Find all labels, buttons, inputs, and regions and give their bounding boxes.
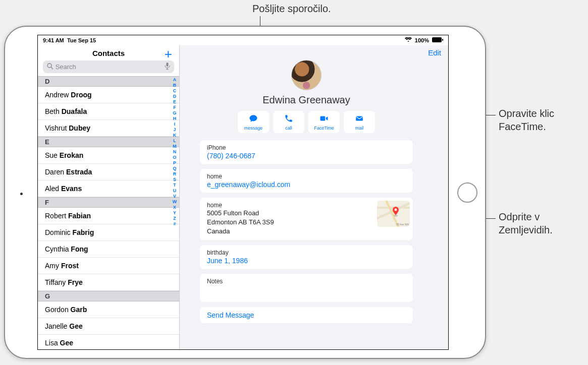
svg-point-2	[47, 64, 51, 68]
callout-facetime-l2: FaceTime.	[499, 121, 546, 133]
address-card[interactable]: home 5005 Fulton Road Edmonton AB T6A 3S…	[200, 198, 413, 240]
index-letter[interactable]: I	[174, 121, 176, 127]
action-message-label: message	[244, 126, 263, 131]
index-letter[interactable]: L	[173, 138, 176, 143]
index-letter[interactable]: W	[173, 199, 177, 204]
message-icon	[248, 114, 258, 125]
contact-row[interactable]: Aled Evans	[38, 180, 179, 197]
contact-row[interactable]: Beth Duafala	[38, 103, 179, 120]
alpha-index[interactable]: ABCDEFGHIJKLMNOPQRSTUVWXYZ#	[171, 76, 178, 349]
battery-icon	[432, 37, 443, 43]
action-facetime[interactable]: FaceTime	[308, 111, 340, 133]
avatar[interactable]	[291, 60, 322, 90]
index-letter[interactable]: Q	[173, 166, 176, 171]
callout-send-message: Pošljite sporočilo.	[252, 3, 331, 15]
mail-icon	[354, 114, 364, 125]
contact-row[interactable]: Dominic Fabrig	[38, 224, 179, 241]
index-letter[interactable]: F	[173, 105, 176, 110]
battery-pct: 100%	[415, 37, 429, 43]
index-letter[interactable]: Y	[173, 210, 176, 215]
map-pin-icon	[392, 207, 399, 219]
email-value: e_greenaway@icloud.com	[207, 180, 406, 189]
index-letter[interactable]: O	[173, 155, 176, 160]
index-letter[interactable]: K	[173, 133, 177, 138]
screen: 9:41 AM Tue Sep 15 100% Contacts + Searc…	[37, 35, 449, 350]
index-letter[interactable]: A	[173, 77, 177, 82]
index-letter[interactable]: U	[173, 188, 177, 193]
phone-value: (780) 246-0687	[207, 152, 406, 160]
action-mail-label: mail	[355, 126, 364, 131]
address-line2: Edmonton AB T6A 3S9	[207, 218, 406, 227]
contact-row[interactable]: Tiffany Frye	[38, 274, 179, 291]
index-letter[interactable]: H	[173, 116, 177, 121]
contact-row[interactable]: Vishrut Dubey	[38, 120, 179, 137]
index-letter[interactable]: D	[173, 94, 177, 99]
birthday-value: June 1, 1986	[207, 257, 406, 265]
contact-name: Edwina Greenaway	[262, 94, 350, 106]
search-input[interactable]: Search	[43, 60, 174, 73]
index-letter[interactable]: J	[173, 127, 176, 132]
index-letter[interactable]: B	[173, 83, 177, 88]
section-header: D	[38, 76, 179, 87]
contact-row[interactable]: Sue Erokan	[38, 147, 179, 164]
notes-card[interactable]: Notes	[200, 274, 413, 302]
send-message-card[interactable]: Send Message	[200, 307, 413, 323]
search-placeholder: Search	[56, 63, 76, 71]
phone-card[interactable]: iPhone (780) 246-0687	[200, 140, 413, 164]
phone-icon	[284, 114, 294, 125]
callout-facetime-l1: Opravite klic	[499, 108, 554, 119]
index-letter[interactable]: T	[173, 182, 176, 188]
index-letter[interactable]: G	[173, 110, 176, 115]
phone-label: iPhone	[207, 144, 406, 151]
birthday-label: birthday	[207, 249, 406, 256]
index-letter[interactable]: P	[173, 160, 176, 165]
sidebar: Contacts + Search DAndrew DroogBeth Duaf…	[38, 45, 179, 349]
index-letter[interactable]: M	[173, 144, 177, 149]
contact-row[interactable]: Andrew Droog	[38, 87, 179, 103]
edit-button[interactable]: Edit	[428, 48, 441, 57]
ipad-frame: 9:41 AM Tue Sep 15 100% Contacts + Searc…	[4, 26, 486, 359]
index-letter[interactable]: S	[173, 177, 176, 182]
contact-row[interactable]: Daren Estrada	[38, 164, 179, 180]
index-letter[interactable]: R	[173, 171, 177, 176]
add-contact-button[interactable]: +	[165, 46, 172, 62]
index-letter[interactable]: #	[173, 221, 176, 226]
map-thumbnail[interactable]: 03 Ave NW	[377, 201, 410, 227]
index-letter[interactable]: C	[173, 88, 177, 93]
address-line3: Canada	[207, 227, 406, 236]
index-letter[interactable]: E	[173, 99, 176, 104]
svg-point-7	[394, 215, 398, 217]
action-call[interactable]: call	[273, 111, 304, 133]
action-mail[interactable]: mail	[344, 111, 375, 133]
mic-icon[interactable]	[165, 63, 170, 71]
contact-row[interactable]: Janelle Gee	[38, 318, 179, 335]
ipad-camera	[20, 193, 23, 195]
svg-rect-6	[356, 116, 363, 120]
email-label: home	[207, 173, 406, 180]
index-letter[interactable]: X	[173, 205, 176, 210]
address-line1: 5005 Fulton Road	[207, 209, 406, 218]
contact-list[interactable]: DAndrew DroogBeth DuafalaVishrut DubeyES…	[38, 76, 179, 349]
index-letter[interactable]: N	[173, 149, 177, 154]
status-date: Tue Sep 15	[67, 37, 96, 43]
home-button[interactable]	[457, 182, 477, 203]
contact-row[interactable]: Robert Fabian	[38, 208, 179, 224]
detail-pane: Edit Edwina Greenaway message	[179, 45, 448, 349]
svg-rect-1	[442, 39, 443, 41]
contact-row[interactable]: Amy Frost	[38, 258, 179, 274]
action-message[interactable]: message	[238, 111, 269, 133]
send-message-link: Send Message	[207, 311, 406, 319]
contact-row[interactable]: Lisa Gee	[38, 335, 179, 349]
index-letter[interactable]: V	[173, 194, 176, 199]
address-label: home	[207, 202, 406, 209]
contact-row[interactable]: Cynthia Fong	[38, 241, 179, 258]
action-facetime-label: FaceTime	[314, 126, 334, 131]
email-card[interactable]: home e_greenaway@icloud.com	[200, 169, 413, 193]
status-time: 9:41 AM	[43, 37, 64, 43]
notes-label: Notes	[207, 278, 406, 285]
map-street-label: 03 Ave NW	[396, 223, 409, 226]
birthday-card[interactable]: birthday June 1, 1986	[200, 245, 413, 269]
callout-maps-l1: Odprite v	[499, 211, 540, 223]
contact-row[interactable]: Gordon Garb	[38, 301, 179, 318]
index-letter[interactable]: Z	[173, 216, 176, 221]
